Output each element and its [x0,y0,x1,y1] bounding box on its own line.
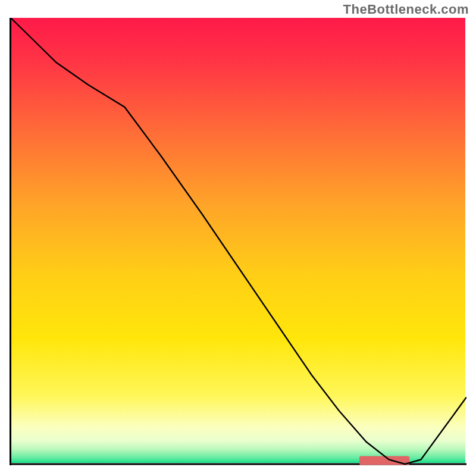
plot-area [10,18,466,465]
chart-container: TheBottleneck.com [0,0,476,476]
bottleneck-chart [10,18,466,465]
watermark-text: TheBottleneck.com [343,2,469,17]
gradient-background [11,18,465,463]
